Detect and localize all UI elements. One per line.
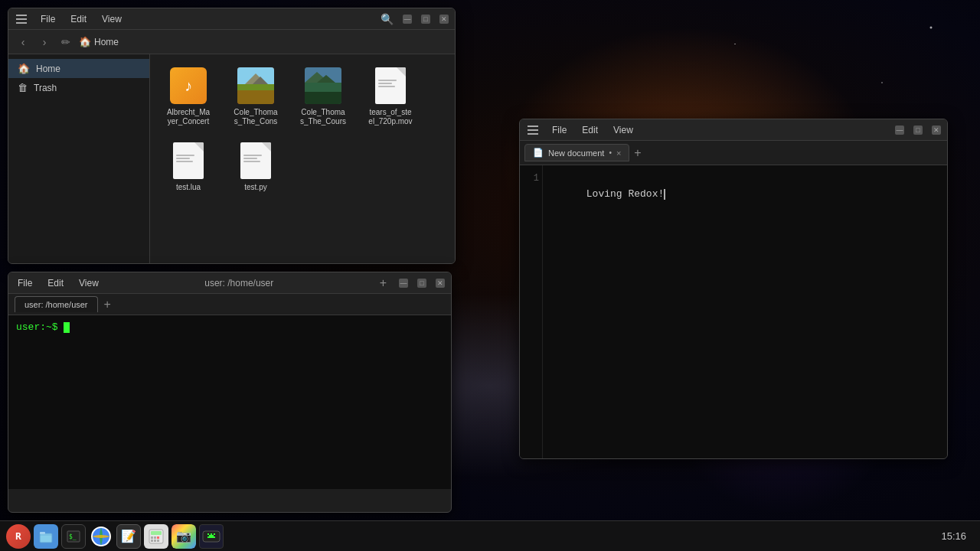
file-manager-toolbar: ‹ › ✏ 🏠 Home [8, 30, 455, 54]
sidebar-item-home[interactable]: 🏠 Home [8, 59, 149, 78]
landscape2-file-icon [304, 67, 342, 105]
fm-content-area: ♪ Albrecht_Mayer_Concert [150, 54, 455, 263]
editor-menu-edit[interactable]: Edit [579, 123, 601, 137]
taskbar-browser-icon[interactable] [89, 524, 113, 549]
editor-menu-view[interactable]: View [610, 123, 636, 137]
taskbar-game-icon[interactable] [199, 524, 224, 549]
file-item-landscape2[interactable]: Cole_Thomas_The_Cours [292, 62, 354, 131]
editor-tab-bar: 📄 New document • × + [520, 141, 947, 165]
term-menu-file[interactable]: File [15, 276, 35, 290]
file-manager-window: File Edit View 🔍 — □ ✕ ‹ › ✏ 🏠 Home 🏠 Ho… [8, 8, 456, 264]
terminal-cursor [64, 322, 70, 333]
fm-path: 🏠 Home [79, 36, 119, 47]
fm-back-button[interactable]: ‹ [15, 34, 31, 51]
file-item-python[interactable]: test.py [225, 137, 286, 197]
landscape2-icon-image [305, 67, 341, 104]
sidebar-item-trash[interactable]: 🗑 Trash [8, 78, 149, 97]
editor-tab-doc-icon: 📄 [533, 148, 544, 158]
taskbar-photos-icon[interactable]: 📷 [172, 524, 196, 549]
svg-rect-24 [154, 540, 156, 542]
trash-icon: 🗑 [18, 82, 28, 93]
terminal-content[interactable]: user:~$ [8, 315, 451, 489]
file-name-lua: test.lua [176, 183, 201, 192]
fm-close-button[interactable]: ✕ [439, 15, 449, 24]
taskbar-calculator-icon[interactable] [144, 524, 168, 549]
fm-search-button[interactable]: 🔍 [381, 13, 394, 25]
editor-body: 1 Loving Redox! [520, 165, 947, 458]
editor-tab-new-document[interactable]: 📄 New document • × [524, 144, 629, 161]
editor-tab-close-button[interactable]: × [616, 148, 621, 158]
svg-rect-23 [151, 540, 153, 542]
svg-rect-20 [151, 536, 153, 539]
fm-forward-button[interactable]: › [36, 34, 53, 51]
file-item-video[interactable]: tears_of_steel_720p.mov [360, 62, 421, 131]
taskbar: R $_ 📝 [0, 520, 980, 551]
fm-minimize-button[interactable]: — [403, 15, 412, 24]
terminal-tab-1[interactable]: user: /home/user [15, 296, 98, 312]
video-icon-image [375, 67, 406, 104]
svg-rect-22 [157, 536, 159, 539]
taskbar-redox-icon[interactable]: R [6, 524, 31, 549]
term-menu-view[interactable]: View [76, 276, 102, 290]
svg-rect-28 [211, 533, 212, 535]
taskbar-terminal-icon[interactable]: $_ [61, 524, 86, 549]
term-new-tab-button[interactable]: + [377, 276, 390, 290]
file-item-music[interactable]: ♪ Albrecht_Mayer_Concert [158, 62, 219, 131]
editor-line-number-1: 1 [523, 171, 539, 185]
svg-rect-30 [209, 535, 214, 536]
taskbar-clock: 15:16 [933, 530, 974, 542]
svg-rect-5 [237, 84, 274, 90]
fm-maximize-button[interactable]: □ [421, 15, 430, 24]
svg-rect-10 [305, 90, 341, 104]
sidebar-trash-label: Trash [34, 83, 57, 93]
editor-close-button[interactable]: ✕ [932, 126, 941, 135]
file-item-landscape1[interactable]: Cole_Thomas_The_Cons [225, 62, 286, 131]
file-name-music: Albrecht_Mayer_Concert [167, 108, 210, 126]
terminal-add-tab-button[interactable]: + [101, 298, 114, 311]
python-icon-image [240, 142, 271, 179]
taskbar-texteditor-icon[interactable]: 📝 [116, 524, 141, 549]
editor-text-area[interactable]: Loving Redox! [543, 165, 947, 458]
fm-menu-file[interactable]: File [38, 12, 58, 26]
editor-menubar: File Edit View — □ ✕ [520, 119, 947, 141]
fm-menu-edit[interactable]: Edit [67, 12, 90, 26]
terminal-prompt: user:~$ [16, 321, 64, 333]
hamburger-menu-icon[interactable] [15, 13, 28, 25]
editor-line-numbers: 1 [520, 165, 543, 458]
editor-maximize-button[interactable]: □ [913, 126, 923, 135]
landscape1-file-icon [237, 67, 275, 105]
svg-rect-4 [237, 89, 274, 104]
editor-minimize-button[interactable]: — [895, 126, 904, 135]
terminal-tab-bar: user: /home/user + [8, 294, 451, 315]
editor-tab-label: New document [548, 148, 604, 158]
svg-rect-19 [151, 531, 162, 535]
editor-menu-file[interactable]: File [549, 123, 570, 137]
sidebar-home-label: Home [36, 64, 60, 74]
music-file-icon: ♪ [169, 67, 207, 105]
term-menu-edit[interactable]: Edit [44, 276, 67, 290]
svg-rect-29 [214, 533, 215, 535]
taskbar-files-icon[interactable] [34, 524, 58, 549]
video-file-icon [371, 67, 410, 105]
svg-rect-31 [207, 536, 215, 538]
svg-rect-21 [154, 536, 156, 539]
file-item-lua[interactable]: test.lua [158, 137, 219, 197]
term-maximize-button[interactable]: □ [417, 279, 426, 288]
term-close-button[interactable]: ✕ [436, 279, 445, 288]
file-name-landscape2: Cole_Thomas_The_Cours [300, 108, 346, 126]
file-name-video: tears_of_steel_720p.mov [368, 108, 412, 126]
editor-hamburger-icon[interactable] [526, 124, 540, 136]
svg-rect-25 [157, 540, 159, 542]
terminal-tab-label: user: /home/user [24, 300, 88, 309]
svg-text:$_: $_ [69, 533, 77, 540]
editor-content-text: Loving Redox! [586, 188, 664, 200]
lua-icon-image [173, 142, 204, 179]
fm-menu-view[interactable]: View [99, 12, 125, 26]
editor-add-tab-button[interactable]: + [631, 146, 644, 160]
terminal-title: user: /home/user [111, 278, 368, 289]
fm-edit-path-button[interactable]: ✏ [57, 34, 74, 51]
term-minimize-button[interactable]: — [399, 279, 408, 288]
home-icon: 🏠 [18, 63, 30, 74]
python-file-icon [237, 142, 275, 180]
fm-path-label: Home [94, 37, 119, 47]
